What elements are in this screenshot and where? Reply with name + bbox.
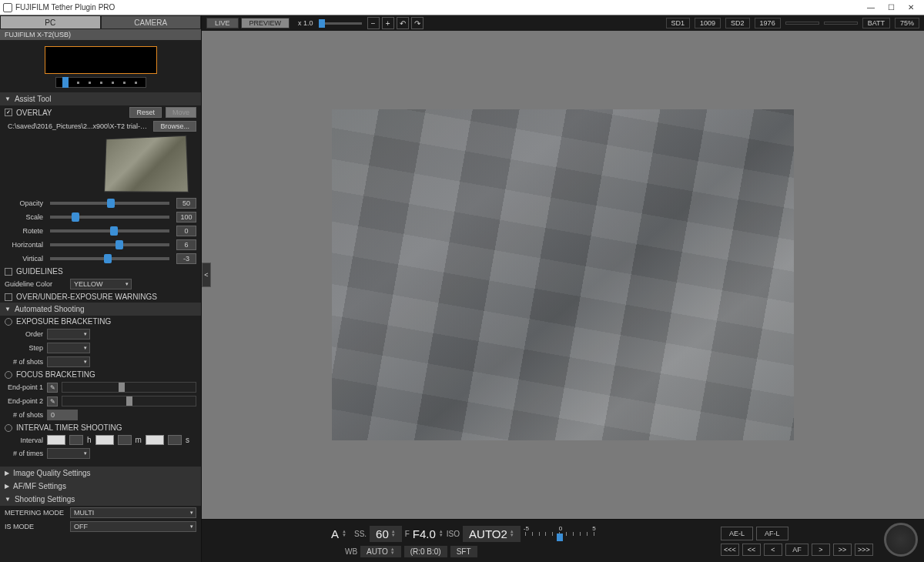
endpoint2-pick-button[interactable]: ✎ bbox=[47, 396, 58, 406]
horizontal-value[interactable]: 6 bbox=[176, 239, 196, 250]
af-lock-button[interactable]: AF-L bbox=[756, 527, 788, 540]
scale-slider[interactable] bbox=[50, 216, 169, 219]
focus-far-fine-button[interactable]: < bbox=[764, 544, 782, 556]
chevron-down-icon: ▾ bbox=[190, 510, 193, 516]
opacity-slider[interactable] bbox=[50, 202, 169, 205]
scale-value[interactable]: 100 bbox=[176, 212, 196, 222]
close-button[interactable]: ✕ bbox=[901, 1, 921, 15]
section-automated-shooting[interactable]: ▼ Automated Shooting bbox=[0, 303, 201, 316]
step-label: Step bbox=[5, 344, 43, 352]
preview-button[interactable]: PREVIEW bbox=[241, 18, 290, 28]
shots-label: # of shots bbox=[5, 358, 43, 366]
rotate-value[interactable]: 0 bbox=[176, 226, 196, 236]
metering-mode-select[interactable]: MULTI ▾ bbox=[70, 507, 196, 518]
zoom-plus-button[interactable]: + bbox=[382, 17, 394, 29]
endpoint1-slider[interactable] bbox=[62, 382, 196, 393]
interval-seconds-input[interactable] bbox=[146, 435, 164, 445]
times-label: # of times bbox=[5, 450, 43, 457]
automated-shooting-label: Automated Shooting bbox=[15, 305, 85, 313]
focus-near-fast-button[interactable]: >>> bbox=[855, 544, 873, 556]
rotate-slider[interactable] bbox=[50, 229, 169, 232]
wb-value: AUTO bbox=[367, 547, 388, 556]
guideline-color-select[interactable]: YELLOW ▾ bbox=[70, 279, 132, 289]
window-titlebar: FUJIFILM Tether Plugin PRO — ☐ ✕ bbox=[0, 0, 924, 15]
batt-value: 75% bbox=[895, 18, 919, 28]
exposure-comp-scale: -505 bbox=[524, 525, 596, 532]
guideline-color-label: Guideline Color bbox=[5, 280, 66, 288]
overlay-checkbox[interactable] bbox=[5, 109, 12, 116]
window-title: FUJIFILM Tether Plugin PRO bbox=[15, 3, 861, 12]
step-select[interactable]: ▾ bbox=[47, 343, 90, 353]
order-select[interactable]: ▾ bbox=[47, 329, 90, 340]
overlay-path: C:\saved\2016_Pictures\2...x900\X-T2 tri… bbox=[5, 122, 149, 130]
panel-collapse-handle[interactable]: < bbox=[202, 263, 211, 287]
shutter-jog-dial[interactable] bbox=[884, 523, 918, 557]
tab-pc[interactable]: PC bbox=[0, 15, 101, 29]
vertical-value[interactable]: -3 bbox=[176, 253, 196, 264]
shots-select[interactable]: ▾ bbox=[47, 356, 90, 367]
section-image-quality[interactable]: ▶ Image Quality Settings bbox=[0, 467, 201, 480]
vertical-slider[interactable] bbox=[50, 257, 169, 260]
rotate-ccw-button[interactable]: ↶ bbox=[397, 17, 409, 29]
live-button[interactable]: LIVE bbox=[206, 18, 239, 28]
endpoint1-label: End-point 1 bbox=[5, 383, 43, 391]
zoom-minus-button[interactable]: − bbox=[367, 17, 380, 29]
wb-shift-button[interactable]: SFT bbox=[450, 546, 477, 557]
focus-near-button[interactable]: >> bbox=[833, 544, 852, 556]
times-select[interactable]: ▾ bbox=[47, 448, 90, 459]
opacity-value[interactable]: 50 bbox=[176, 198, 196, 209]
maximize-button[interactable]: ☐ bbox=[881, 1, 901, 15]
is-mode-value: OFF bbox=[74, 523, 88, 530]
minimize-button[interactable]: — bbox=[861, 1, 881, 15]
interval-minutes-input[interactable] bbox=[95, 435, 114, 445]
endpoint1-pick-button[interactable]: ✎ bbox=[47, 383, 58, 393]
thumbnail-slider[interactable] bbox=[55, 77, 146, 88]
guidelines-checkbox[interactable] bbox=[5, 268, 12, 276]
aperture-stepper[interactable]: ▲▼ bbox=[439, 530, 444, 537]
section-assist-tool[interactable]: ▼ Assist Tool bbox=[0, 92, 201, 105]
focus-bracketing-radio[interactable] bbox=[5, 371, 12, 379]
endpoint2-slider[interactable] bbox=[62, 396, 196, 406]
tab-camera[interactable]: CAMERA bbox=[101, 15, 202, 29]
focus-shots-value[interactable]: 0 bbox=[47, 410, 78, 420]
is-mode-select[interactable]: OFF ▾ bbox=[70, 521, 196, 532]
unit-minutes: m bbox=[136, 436, 142, 444]
endpoint2-label: End-point 2 bbox=[5, 397, 43, 405]
section-afmf[interactable]: ▶ AF/MF Settings bbox=[0, 480, 201, 493]
focus-far-button[interactable]: << bbox=[742, 544, 761, 556]
interval-hours-input[interactable] bbox=[47, 435, 65, 445]
exposure-mode: A bbox=[331, 527, 339, 540]
exposure-bracketing-radio[interactable] bbox=[5, 318, 12, 326]
interval-hours-step[interactable] bbox=[69, 435, 83, 445]
ae-lock-button[interactable]: AE-L bbox=[721, 527, 753, 540]
focus-shots-label: # of shots bbox=[5, 411, 43, 419]
autofocus-button[interactable]: AF bbox=[785, 544, 808, 556]
iso-field[interactable]: AUTO2 ▲▼ bbox=[463, 526, 521, 542]
opacity-label: Opacity bbox=[5, 199, 43, 207]
focus-near-fine-button[interactable]: > bbox=[812, 544, 830, 556]
exposure-comp-slider[interactable] bbox=[524, 532, 596, 543]
section-shooting-settings[interactable]: ▼ Shooting Settings bbox=[0, 493, 201, 506]
chevron-right-icon: ▶ bbox=[5, 470, 9, 477]
interval-timer-radio[interactable] bbox=[5, 424, 12, 432]
chevron-down-icon: ▼ bbox=[5, 496, 11, 503]
interval-seconds-step[interactable] bbox=[168, 435, 182, 445]
exposure-warnings-checkbox[interactable] bbox=[5, 293, 12, 301]
app-icon bbox=[3, 3, 12, 12]
browse-button[interactable]: Browse... bbox=[153, 121, 196, 132]
interval-minutes-step[interactable] bbox=[118, 435, 132, 445]
zoom-slider[interactable] bbox=[319, 22, 362, 25]
focus-far-fast-button[interactable]: <<< bbox=[721, 544, 739, 556]
wb-field[interactable]: AUTO ▲▼ bbox=[360, 546, 401, 557]
preview-image[interactable] bbox=[332, 109, 794, 440]
f-label: F bbox=[405, 530, 410, 538]
move-button[interactable]: Move bbox=[166, 107, 196, 118]
interval-timer-label: INTERVAL TIMER SHOOTING bbox=[16, 423, 122, 432]
shutter-speed-field[interactable]: 60 ▲▼ bbox=[370, 526, 402, 542]
horizontal-slider[interactable] bbox=[50, 243, 169, 246]
reset-button[interactable]: Reset bbox=[129, 107, 162, 118]
sd1-label: SD1 bbox=[666, 18, 691, 28]
wb-label: WB bbox=[345, 547, 357, 556]
rotate-cw-button[interactable]: ↷ bbox=[411, 17, 424, 29]
mode-stepper[interactable]: ▲▼ bbox=[342, 530, 346, 537]
